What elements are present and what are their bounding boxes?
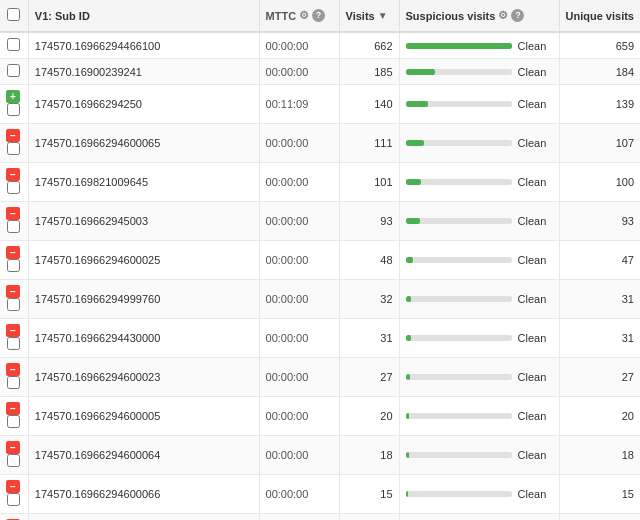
- suspicious-cell: Clean: [399, 319, 559, 358]
- suspicious-cell: Clean: [399, 514, 559, 521]
- unique-cell: 31: [559, 319, 640, 358]
- row-checkbox[interactable]: [7, 415, 20, 428]
- bar-container: [406, 296, 512, 302]
- row-checkbox[interactable]: [7, 493, 20, 506]
- suspicious-cell: Clean: [399, 475, 559, 514]
- sub-id-cell: 174570.16966629415620: [28, 514, 259, 521]
- unique-cell: 20: [559, 397, 640, 436]
- add-button[interactable]: +: [6, 90, 20, 103]
- suspicious-gear-icon[interactable]: ⚙: [498, 9, 508, 22]
- row-checkbox-cell[interactable]: −: [0, 475, 28, 514]
- minus-button[interactable]: −: [6, 402, 20, 415]
- mttc-info-icon[interactable]: ?: [312, 9, 325, 22]
- sub-id-cell: 174570.16966294600025: [28, 241, 259, 280]
- clean-label: Clean: [518, 410, 553, 422]
- row-checkbox-cell[interactable]: −: [0, 514, 28, 521]
- mttc-cell: 00:00:00: [259, 436, 339, 475]
- unique-cell: 14: [559, 514, 640, 521]
- mttc-cell: 00:00:00: [259, 514, 339, 521]
- bar-container: [406, 491, 512, 497]
- suspicious-cell: Clean: [399, 241, 559, 280]
- visits-cell: 15: [339, 475, 399, 514]
- minus-button[interactable]: −: [6, 324, 20, 337]
- row-checkbox[interactable]: [7, 38, 20, 51]
- visits-header[interactable]: Visits ▼: [339, 0, 399, 32]
- row-checkbox-cell[interactable]: −: [0, 319, 28, 358]
- select-all-col[interactable]: [0, 0, 28, 32]
- suspicious-cell: Clean: [399, 280, 559, 319]
- mttc-gear-icon[interactable]: ⚙: [299, 9, 309, 22]
- row-checkbox-cell[interactable]: −: [0, 163, 28, 202]
- main-table: V1: Sub ID MTTC ⚙ ? Visits ▼ Suspicious …: [0, 0, 640, 520]
- suspicious-cell: Clean: [399, 163, 559, 202]
- suspicious-cell: Clean: [399, 397, 559, 436]
- bar-fill: [406, 218, 421, 224]
- row-checkbox-cell[interactable]: −: [0, 436, 28, 475]
- row-checkbox[interactable]: [7, 142, 20, 155]
- minus-button[interactable]: −: [6, 246, 20, 259]
- visits-cell: 31: [339, 319, 399, 358]
- row-checkbox[interactable]: [7, 454, 20, 467]
- minus-button[interactable]: −: [6, 480, 20, 493]
- bar-fill: [406, 43, 512, 49]
- mttc-cell: 00:00:00: [259, 397, 339, 436]
- row-checkbox-cell[interactable]: −: [0, 280, 28, 319]
- visits-cell: 18: [339, 436, 399, 475]
- sub-id-header: V1: Sub ID: [28, 0, 259, 32]
- bar-fill: [406, 452, 409, 458]
- bar-container: [406, 257, 512, 263]
- minus-button[interactable]: −: [6, 285, 20, 298]
- minus-button[interactable]: −: [6, 441, 20, 454]
- row-checkbox[interactable]: [7, 376, 20, 389]
- mttc-cell: 00:00:00: [259, 358, 339, 397]
- minus-button[interactable]: −: [6, 207, 20, 220]
- unique-cell: 93: [559, 202, 640, 241]
- visits-cell: 111: [339, 124, 399, 163]
- row-checkbox[interactable]: [7, 181, 20, 194]
- visits-cell: 27: [339, 358, 399, 397]
- row-checkbox[interactable]: [7, 337, 20, 350]
- row-checkbox[interactable]: [7, 220, 20, 233]
- sub-id-cell: 174570.169821009645: [28, 163, 259, 202]
- row-checkbox[interactable]: [7, 259, 20, 272]
- row-checkbox-cell[interactable]: [0, 59, 28, 85]
- row-checkbox-cell[interactable]: −: [0, 397, 28, 436]
- sub-id-cell: 174570.16966294999760: [28, 280, 259, 319]
- select-all-checkbox[interactable]: [7, 8, 20, 21]
- row-checkbox-cell[interactable]: [0, 32, 28, 59]
- minus-button[interactable]: −: [6, 129, 20, 142]
- row-checkbox-cell[interactable]: −: [0, 358, 28, 397]
- row-checkbox-cell[interactable]: −: [0, 241, 28, 280]
- bar-container: [406, 413, 512, 419]
- row-checkbox[interactable]: [7, 64, 20, 77]
- visits-cell: 185: [339, 59, 399, 85]
- unique-cell: 31: [559, 280, 640, 319]
- unique-header: Unique visits: [559, 0, 640, 32]
- sub-id-cell: 174570.16966294600064: [28, 436, 259, 475]
- row-checkbox-cell[interactable]: −: [0, 124, 28, 163]
- unique-label: Unique visits: [566, 10, 634, 22]
- row-checkbox[interactable]: [7, 298, 20, 311]
- visits-sort-icon[interactable]: ▼: [378, 10, 388, 21]
- minus-button[interactable]: −: [6, 168, 20, 181]
- table-row: 174570.1696629446610000:00:00662Clean659: [0, 32, 640, 59]
- table-row: −174570.1696662941562000:00:0014Clean14: [0, 514, 640, 521]
- row-checkbox-cell[interactable]: −: [0, 202, 28, 241]
- row-checkbox-cell[interactable]: +: [0, 85, 28, 124]
- table-row: −174570.1696629460006500:00:00111Clean10…: [0, 124, 640, 163]
- mttc-cell: 00:00:00: [259, 241, 339, 280]
- row-checkbox[interactable]: [7, 103, 20, 116]
- clean-label: Clean: [518, 293, 553, 305]
- minus-button[interactable]: −: [6, 363, 20, 376]
- bar-container: [406, 374, 512, 380]
- unique-cell: 184: [559, 59, 640, 85]
- suspicious-info-icon[interactable]: ?: [511, 9, 524, 22]
- suspicious-cell: Clean: [399, 358, 559, 397]
- sub-id-cell: 174570.16966294600023: [28, 358, 259, 397]
- clean-label: Clean: [518, 449, 553, 461]
- clean-label: Clean: [518, 98, 553, 110]
- bar-container: [406, 452, 512, 458]
- sub-id-cell: 174570.16900239241: [28, 59, 259, 85]
- bar-container: [406, 43, 512, 49]
- visits-cell: 662: [339, 32, 399, 59]
